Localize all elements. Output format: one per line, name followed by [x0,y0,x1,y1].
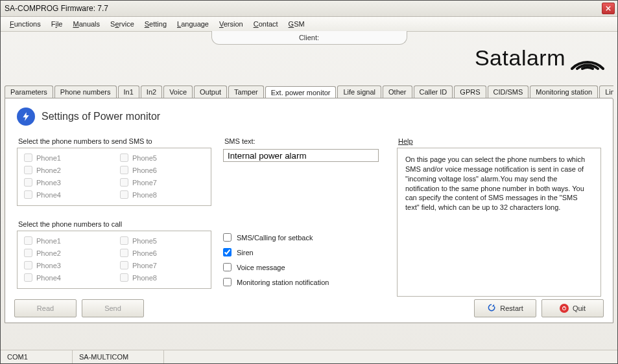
send-button[interactable]: Send [82,299,144,317]
tab-phone-numbers[interactable]: Phone numbers [54,85,117,98]
help-text-box[interactable]: On this page you can select the phone nu… [397,148,601,297]
restart-icon [487,303,496,313]
tab-panel: Settings of Power monitor Select the pho… [5,98,613,323]
menu-file[interactable]: File [46,18,68,30]
signal-arc-icon [569,43,606,73]
right-column: Help On this page you can select the pho… [397,135,601,297]
options-block: SMS/Calling for setback Siren Voice mess… [223,233,385,286]
menu-manuals[interactable]: Manuals [67,18,105,30]
sms-text-input[interactable] [223,149,379,162]
tab-in1[interactable]: In1 [118,85,139,98]
titlebar: SA-COMPROG Firmware: 7.7 [1,1,617,17]
call-phone6[interactable]: Phone6 [120,249,204,257]
tab-tamper[interactable]: Tamper [228,85,264,98]
app-window: SA-COMPROG Firmware: 7.7 Functions File … [0,0,618,364]
menu-version[interactable]: Version [214,18,248,30]
page-title-row: Settings of Power monitor [17,108,601,126]
call-phone4[interactable]: Phone4 [24,273,108,282]
close-button[interactable] [602,3,615,14]
sms-phone4[interactable]: Phone4 [24,190,108,199]
menu-gsm[interactable]: GSM [283,18,310,30]
opt-siren[interactable]: Siren [223,248,385,256]
tab-cid-sms[interactable]: CID/SMS [488,85,529,98]
tab-other[interactable]: Other [383,85,412,98]
middle-column: SMS text: SMS/Calling for setback Siren … [223,135,385,297]
panel-button-row: Read Send Restart Quit [14,299,604,317]
brand-text: Satalarm [475,45,565,71]
tab-life-signal[interactable]: Life signal [337,85,381,98]
read-button[interactable]: Read [14,299,77,317]
tab-line-simulator[interactable]: Line simulator [599,85,613,98]
call-phone3[interactable]: Phone3 [24,261,108,269]
opt-monitoring-notification[interactable]: Monitoring station notification [223,278,385,286]
call-phones-label: Select the phone numbers to call [18,220,211,228]
sms-phone3[interactable]: Phone3 [24,178,108,187]
call-phones-box: Phone1 Phone5 Phone2 Phone6 Phone3 Phone… [17,231,211,289]
menubar: Functions File Manuals Service Setting L… [1,17,617,32]
brand-logo: Satalarm [475,38,606,77]
tab-gprs[interactable]: GPRS [454,85,486,98]
call-phone2[interactable]: Phone2 [24,249,108,257]
sms-phone5[interactable]: Phone5 [120,154,204,162]
help-text: On this page you can select the phone nu… [405,155,585,211]
call-phone5[interactable]: Phone5 [120,236,204,245]
client-tab: Client: [211,31,407,45]
tabstrip: Parameters Phone numbers In1 In2 Voice O… [5,84,613,98]
menu-setting[interactable]: Setting [139,18,172,30]
window-title: SA-COMPROG Firmware: 7.7 [5,4,108,13]
restart-button[interactable]: Restart [474,299,536,317]
call-phone1[interactable]: Phone1 [24,236,108,245]
page-title: Settings of Power monitor [42,111,160,122]
call-phone7[interactable]: Phone7 [120,261,204,269]
quit-button[interactable]: Quit [541,299,604,317]
statusbar: COM1 SA-MULTICOM [1,350,617,363]
sms-phones-label: Select the phone numbers to send SMS to [18,137,211,145]
close-icon [606,5,611,12]
status-device: SA-MULTICOM [73,350,164,363]
status-port: COM1 [1,350,73,363]
menu-contact[interactable]: Contact [248,18,283,30]
power-icon [560,304,569,313]
help-label: Help [398,137,601,145]
opt-setback[interactable]: SMS/Calling for setback [223,233,385,242]
tab-output[interactable]: Output [194,85,227,98]
opt-voice-message[interactable]: Voice message [223,263,385,271]
tab-in2[interactable]: In2 [141,85,162,98]
sms-phones-box: Phone1 Phone5 Phone2 Phone6 Phone3 Phone… [17,148,211,206]
tab-voice[interactable]: Voice [163,85,193,98]
tab-caller-id[interactable]: Caller ID [414,85,453,98]
sms-phone7[interactable]: Phone7 [120,178,204,187]
sms-phone1[interactable]: Phone1 [24,154,108,162]
tab-monitoring-station[interactable]: Monitoring station [530,85,598,98]
tab-ext-power-monitor[interactable]: Ext. power monitor [265,86,337,98]
client-label: Client: [299,34,319,41]
sms-phone2[interactable]: Phone2 [24,166,108,174]
menu-service[interactable]: Service [105,18,139,30]
sms-phone6[interactable]: Phone6 [120,166,204,174]
status-empty [164,350,617,363]
menu-language[interactable]: Language [172,18,214,30]
menu-functions[interactable]: Functions [5,18,46,30]
bolt-icon [17,108,35,126]
call-phone8[interactable]: Phone8 [120,273,204,282]
tab-area: Parameters Phone numbers In1 In2 Voice O… [5,84,613,323]
tab-parameters[interactable]: Parameters [5,85,53,98]
sms-phone8[interactable]: Phone8 [120,190,204,199]
sms-text-label: SMS text: [224,137,385,145]
left-column: Select the phone numbers to send SMS to … [17,135,211,297]
